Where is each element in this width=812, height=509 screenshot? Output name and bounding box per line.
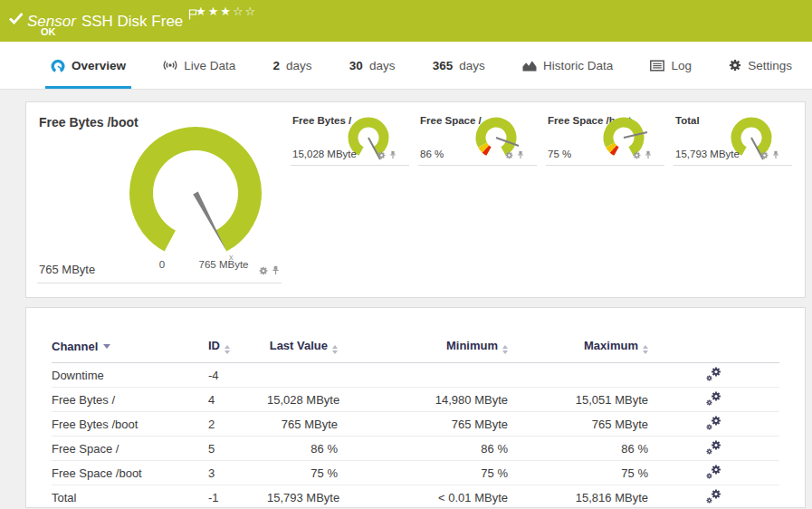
table-row: Free Space /boot 3 75 % 75 % 75 % — [52, 461, 779, 485]
sort-descending-icon — [103, 344, 110, 349]
channel-name: Free Bytes /boot — [52, 412, 208, 437]
sort-icon — [332, 345, 338, 354]
tab-label: Live Data — [184, 59, 235, 72]
sort-icon — [643, 345, 648, 354]
gauge-pin-icon[interactable] — [272, 263, 280, 279]
channel-id: 2 — [208, 412, 267, 437]
channels-panel: Channel ID Last Value Minimum Maximum Do… — [25, 307, 806, 508]
gauge-settings-gear-icon[interactable] — [259, 263, 268, 279]
tab-historic-data[interactable]: Historic Data — [517, 42, 618, 89]
settings-gear-icon — [729, 59, 741, 72]
live-data-icon — [163, 60, 177, 71]
channel-settings-gears-icon[interactable] — [706, 395, 721, 408]
gauge-value: 765 MByte — [39, 263, 95, 276]
sort-icon — [502, 345, 508, 354]
status-ok-check-icon — [9, 12, 24, 28]
gauge-settings-gear-icon[interactable] — [505, 147, 513, 163]
log-list-icon — [650, 60, 664, 72]
column-header-minimum[interactable]: Minimum — [338, 339, 508, 363]
channel-name: Downtime — [52, 363, 208, 388]
gauge-scale-max: 765 MByte — [199, 259, 249, 270]
channel-id: -4 — [208, 363, 267, 388]
column-header-actions — [648, 339, 779, 363]
gauge-dial: x 0 765 MByte — [105, 119, 277, 274]
tab-365-days[interactable]: 365 days — [427, 42, 491, 89]
tab-overview[interactable]: Overview — [45, 42, 131, 89]
column-header-channel[interactable]: Channel — [52, 339, 208, 363]
gauge-pin-icon[interactable] — [645, 147, 652, 163]
tab-label: days — [459, 59, 485, 72]
mini-gauge-total: Total 15,793 MByte — [673, 113, 792, 166]
priority-stars[interactable]: ★★★☆☆ — [196, 5, 257, 18]
channel-settings-gears-icon[interactable] — [706, 419, 721, 433]
channels-table: Channel ID Last Value Minimum Maximum Do… — [52, 339, 779, 509]
gauges-panel: Free Bytes /boot x 0 765 MByte 765 MByte… — [25, 101, 806, 298]
sensor-header: SensorSSH Disk Free ★★★☆☆ OK — [0, 0, 812, 42]
channel-maximum: 86 % — [508, 437, 648, 461]
mini-gauge-free-space-root: Free Space / 86 % — [418, 113, 537, 166]
tab-label: Settings — [748, 59, 792, 72]
gauge-settings-gear-icon[interactable] — [377, 147, 386, 163]
gauge-title: Free Bytes / — [292, 115, 351, 126]
gauge-pin-icon[interactable] — [772, 147, 779, 163]
gauge-value: 15,793 MByte — [675, 149, 740, 159]
gauge-title: Total — [675, 115, 700, 126]
tab-live-data[interactable]: Live Data — [158, 42, 241, 89]
channel-settings-gears-icon[interactable] — [706, 468, 721, 482]
channel-name: Total — [52, 485, 208, 509]
mini-gauges-row: Free Bytes / 15,028 MByte Free Space / 8… — [282, 113, 792, 297]
gauge-pin-icon[interactable] — [517, 147, 524, 163]
channel-last-value: 765 MByte — [267, 412, 338, 437]
tab-bar: Overview Live Data 2 days 30 days 365 da… — [0, 42, 812, 90]
gauge-value: 75 % — [548, 149, 571, 159]
sort-icon — [224, 345, 230, 354]
table-header-row: Channel ID Last Value Minimum Maximum — [52, 339, 779, 363]
channel-settings-gears-icon[interactable] — [706, 493, 721, 506]
channel-name: Free Bytes / — [52, 388, 208, 412]
channel-id: -1 — [208, 485, 267, 509]
tab-number: 365 — [433, 59, 454, 72]
tab-label: Overview — [72, 59, 126, 72]
channel-id: 5 — [208, 437, 267, 461]
channel-minimum: < 0.01 MByte — [338, 485, 508, 509]
column-header-last-value[interactable]: Last Value — [267, 339, 338, 363]
table-row: Downtime -4 — [52, 363, 779, 388]
tab-settings[interactable]: Settings — [723, 42, 798, 89]
channel-settings-gears-icon[interactable] — [706, 370, 721, 384]
channel-minimum: 86 % — [338, 437, 508, 461]
channel-last-value — [267, 363, 338, 388]
tab-log[interactable]: Log — [645, 42, 697, 89]
tab-30-days[interactable]: 30 days — [344, 42, 401, 89]
channel-minimum — [338, 363, 508, 388]
channel-name: Free Space / — [52, 437, 208, 461]
column-header-maximum[interactable]: Maximum — [508, 339, 648, 363]
channel-name: Free Space /boot — [52, 461, 208, 485]
gauge-settings-gear-icon[interactable] — [760, 147, 769, 163]
gauge-value: 15,028 MByte — [292, 149, 357, 159]
table-row: Free Space / 5 86 % 86 % 86 % — [52, 437, 779, 461]
channel-minimum: 14,980 MByte — [338, 388, 508, 412]
gauge-scale-min: 0 — [159, 259, 165, 270]
channel-maximum: 75 % — [508, 461, 648, 485]
gauge-pin-icon[interactable] — [389, 147, 396, 163]
area-chart-icon — [522, 60, 537, 72]
channel-maximum: 15,051 MByte — [508, 388, 648, 412]
primary-gauge-free-bytes-boot: Free Bytes /boot x 0 765 MByte 765 MByte — [37, 113, 282, 283]
column-header-id[interactable]: ID — [208, 339, 267, 363]
channel-minimum: 75 % — [338, 461, 508, 485]
gauge-settings-gear-icon[interactable] — [633, 147, 641, 163]
tab-2-days[interactable]: 2 days — [268, 42, 318, 89]
channel-maximum: 15,816 MByte — [508, 485, 648, 509]
tab-number: 2 — [273, 59, 281, 72]
channel-last-value: 75 % — [267, 461, 338, 485]
gauge-icon — [51, 59, 65, 72]
table-row: Free Bytes / 4 15,028 MByte 14,980 MByte… — [52, 388, 779, 412]
mini-gauge-free-bytes-root: Free Bytes / 15,028 MByte — [291, 113, 409, 166]
channel-minimum: 765 MByte — [338, 412, 508, 437]
gauge-value: 86 % — [420, 149, 444, 159]
mini-gauge-free-space-boot: Free Space /boot 75 % — [546, 113, 664, 166]
tab-label: days — [369, 59, 396, 72]
channel-last-value: 15,028 MByte — [267, 388, 338, 412]
channel-settings-gears-icon[interactable] — [706, 444, 721, 457]
tab-label: days — [286, 59, 312, 72]
